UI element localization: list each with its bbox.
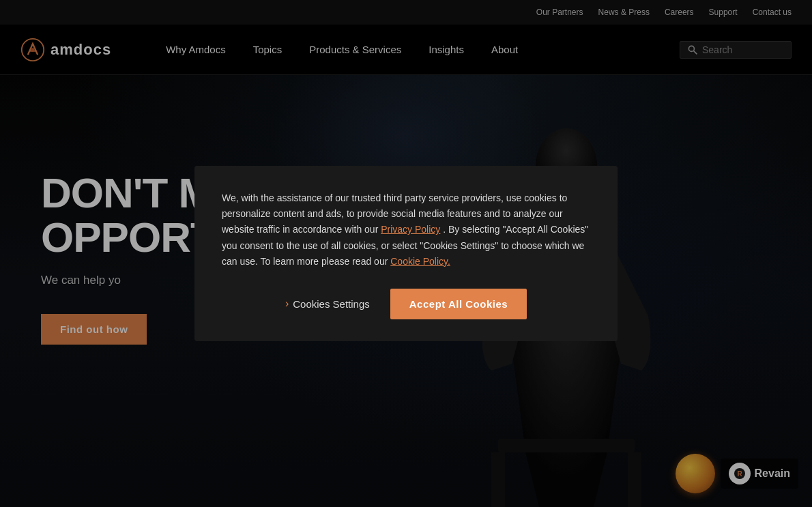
cookies-settings-label: Cookies Settings xyxy=(293,298,370,310)
cookie-modal-text: We, with the assistance of our trusted t… xyxy=(222,190,590,269)
chevron-right-icon: › xyxy=(285,298,289,310)
accept-all-cookies-button[interactable]: Accept All Cookies xyxy=(390,289,527,319)
cookie-modal: We, with the assistance of our trusted t… xyxy=(194,166,618,341)
privacy-policy-link[interactable]: Privacy Policy xyxy=(381,224,440,235)
modal-actions: › Cookies Settings Accept All Cookies xyxy=(222,289,590,319)
cookie-policy-link[interactable]: Cookie Policy. xyxy=(390,256,450,267)
modal-overlay: We, with the assistance of our trusted t… xyxy=(0,0,812,507)
cookies-settings-button[interactable]: › Cookies Settings xyxy=(285,298,370,310)
